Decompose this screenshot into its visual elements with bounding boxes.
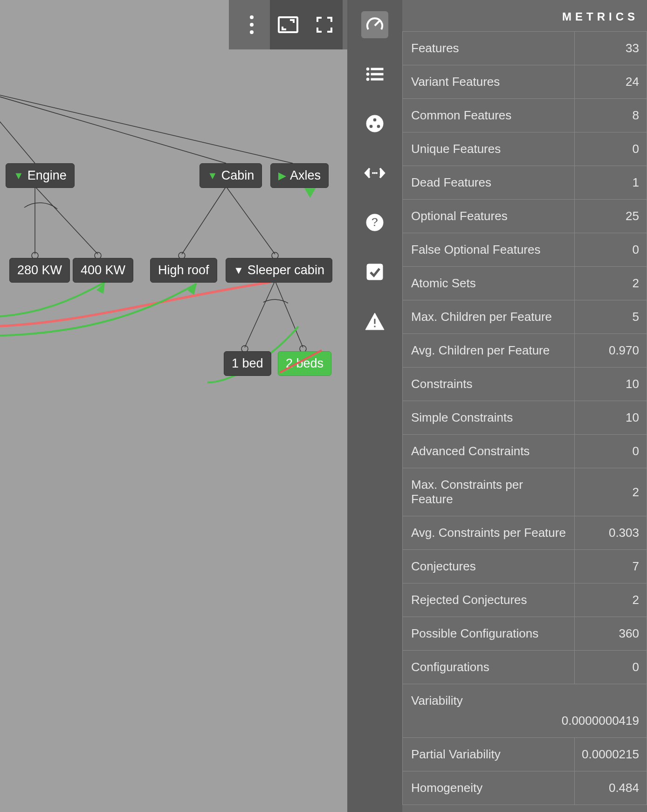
dead-feature-strike-icon xyxy=(278,347,324,375)
table-row[interactable]: Unique Features0 xyxy=(402,132,647,166)
metric-label: Optional Features xyxy=(403,200,574,233)
node-label: Axles xyxy=(290,168,321,183)
table-row[interactable]: Atomic Sets2 xyxy=(402,266,647,300)
collapse-icon xyxy=(207,170,218,182)
rail-share-button[interactable] xyxy=(361,110,388,137)
feature-node-cabin[interactable]: Cabin xyxy=(200,163,262,188)
rail-list-button[interactable] xyxy=(361,61,388,88)
feature-node-axles[interactable]: Axles xyxy=(270,163,329,188)
table-row[interactable]: Configurations0 xyxy=(402,650,647,684)
node-label: Cabin xyxy=(221,168,255,183)
collapse-icon xyxy=(14,170,24,182)
metric-value: 10 xyxy=(574,401,647,434)
collapse-icon xyxy=(234,264,244,277)
table-row[interactable]: Conjectures7 xyxy=(402,549,647,583)
feature-node-engine[interactable]: Engine xyxy=(6,163,75,188)
rail-warning-button[interactable] xyxy=(361,308,388,335)
metric-value: 8 xyxy=(574,99,647,132)
table-row[interactable]: Variability 0.0000000419 xyxy=(402,684,647,738)
metric-label: Atomic Sets xyxy=(403,267,574,300)
svg-rect-24 xyxy=(371,73,383,75)
share-icon xyxy=(365,114,384,133)
table-row[interactable]: Rejected Conjectures2 xyxy=(402,583,647,617)
warning-icon xyxy=(365,312,385,331)
metric-label: Variability xyxy=(403,684,647,710)
feature-node-280kw[interactable]: 280 KW xyxy=(9,258,70,283)
table-row[interactable]: Constraints10 xyxy=(402,367,647,401)
metric-value: 0 xyxy=(574,435,647,468)
metric-value: 0 xyxy=(574,651,647,684)
table-row[interactable]: Homogeneity0.484 xyxy=(402,771,647,805)
svg-point-30 xyxy=(377,125,380,128)
feature-node-1bed[interactable]: 1 bed xyxy=(224,351,271,376)
node-label: Sleeper cabin xyxy=(248,263,324,278)
metric-label: Possible Configurations xyxy=(403,617,574,650)
metric-label: Features xyxy=(403,32,574,65)
svg-line-20 xyxy=(375,21,379,26)
table-row[interactable]: Partial Variability0.0000215 xyxy=(402,737,647,771)
table-row[interactable]: Possible Configurations360 xyxy=(402,617,647,651)
table-row[interactable]: False Optional Features0 xyxy=(402,233,647,267)
node-label: High roof xyxy=(158,263,209,278)
svg-point-32 xyxy=(374,172,376,174)
svg-point-27 xyxy=(366,115,383,132)
svg-line-9 xyxy=(226,187,275,254)
metric-label: Rejected Conjectures xyxy=(403,583,574,617)
metric-label: Partial Variability xyxy=(403,738,574,771)
expand-icon xyxy=(278,170,286,182)
metric-value: 24 xyxy=(574,65,647,98)
rail-code-button[interactable] xyxy=(361,160,388,187)
canvas-area[interactable]: Engine Cabin Axles 280 KW 400 KW High ro… xyxy=(0,0,347,812)
svg-point-28 xyxy=(373,118,377,122)
table-row[interactable]: Dead Features1 xyxy=(402,166,647,200)
svg-point-21 xyxy=(366,68,369,70)
svg-line-1 xyxy=(0,89,35,163)
metric-label: Homogeneity xyxy=(403,771,574,805)
table-row[interactable]: Avg. Constraints per Feature0.303 xyxy=(402,516,647,550)
metric-label: Avg. Children per Feature xyxy=(403,334,574,367)
table-row[interactable]: Common Features8 xyxy=(402,98,647,132)
table-row[interactable]: Max. Children per Feature5 xyxy=(402,300,647,334)
node-label: 280 KW xyxy=(17,263,62,278)
table-row[interactable]: Simple Constraints10 xyxy=(402,401,647,435)
metric-value: 0.0000215 xyxy=(574,738,647,771)
metric-value: 0.303 xyxy=(574,516,647,549)
svg-line-12 xyxy=(245,281,275,347)
metric-label: Max. Children per Feature xyxy=(403,300,574,333)
metric-value: 0.0000000419 xyxy=(403,710,647,737)
metric-value: 0 xyxy=(574,233,647,266)
feature-node-highroof[interactable]: High roof xyxy=(150,258,217,283)
metric-value: 2 xyxy=(574,267,647,300)
metric-value: 5 xyxy=(574,300,647,333)
code-icon xyxy=(364,167,385,180)
app-root: Engine Cabin Axles 280 KW 400 KW High ro… xyxy=(0,0,647,812)
node-label: 1 bed xyxy=(232,356,263,371)
svg-text:?: ? xyxy=(371,215,379,229)
rail-check-button[interactable] xyxy=(361,258,388,285)
svg-line-5 xyxy=(35,187,98,254)
node-label: 400 KW xyxy=(81,263,125,278)
svg-rect-22 xyxy=(371,68,383,70)
table-row[interactable]: Avg. Children per Feature0.970 xyxy=(402,333,647,368)
svg-line-19 xyxy=(280,350,322,373)
gauge-icon xyxy=(365,15,384,34)
svg-line-2 xyxy=(0,89,226,163)
feature-node-400kw[interactable]: 400 KW xyxy=(73,258,133,283)
svg-rect-36 xyxy=(367,264,383,280)
table-row[interactable]: Optional Features25 xyxy=(402,199,647,233)
feature-node-sleeper[interactable]: Sleeper cabin xyxy=(226,258,332,283)
help-icon: ? xyxy=(365,213,384,232)
table-row[interactable]: Max. Constraints per Feature2 xyxy=(402,468,647,516)
metric-label: Simple Constraints xyxy=(403,401,574,434)
metric-value: 33 xyxy=(574,32,647,65)
rail-help-button[interactable]: ? xyxy=(361,209,388,236)
table-row[interactable]: Variant Features24 xyxy=(402,65,647,99)
metric-value: 1 xyxy=(574,166,647,199)
svg-rect-26 xyxy=(371,78,383,80)
metrics-panel: METRICS Features33 Variant Features24 Co… xyxy=(402,0,647,812)
metric-label: Avg. Constraints per Feature xyxy=(403,516,574,549)
table-row[interactable]: Features33 xyxy=(402,31,647,65)
metric-value: 7 xyxy=(574,550,647,583)
table-row[interactable]: Advanced Constraints0 xyxy=(402,434,647,468)
rail-metrics-button[interactable] xyxy=(361,11,388,38)
